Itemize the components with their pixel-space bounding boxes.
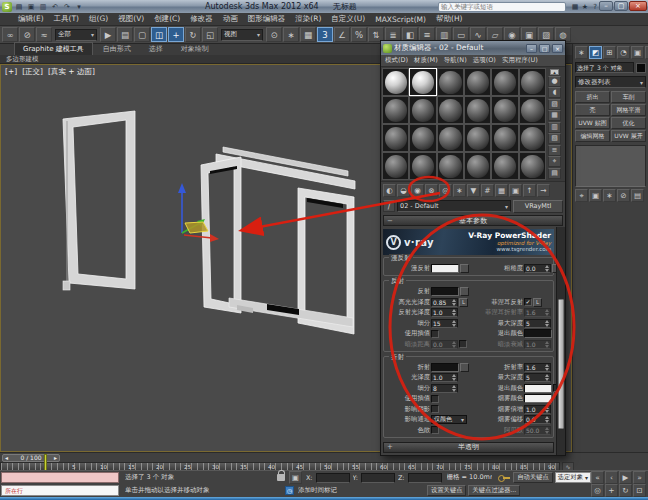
- get-material-icon[interactable]: ◐: [383, 184, 396, 197]
- percent-snap-icon[interactable]: %: [351, 27, 367, 42]
- make-preview-icon[interactable]: ▧: [548, 133, 561, 144]
- material-sample-slot[interactable]: [491, 124, 518, 152]
- param-spinner[interactable]: 0.85: [431, 298, 458, 307]
- angle-snap-icon[interactable]: ∠: [334, 27, 350, 42]
- sample-type-icon[interactable]: ●: [548, 76, 561, 87]
- ribbon-tab[interactable]: 自由形式: [95, 43, 139, 55]
- param-spinner[interactable]: 50.0: [524, 426, 551, 435]
- assign-material-to-selection-icon[interactable]: ◉: [411, 184, 424, 197]
- background-icon[interactable]: ▨: [548, 99, 561, 110]
- select-and-rotate-icon[interactable]: ↻: [185, 27, 201, 42]
- modifier-button[interactable]: 挤出: [575, 91, 610, 103]
- make-material-copy-icon[interactable]: ◎: [439, 184, 452, 197]
- spinner-arrows-icon[interactable]: [545, 320, 549, 327]
- time-cursor[interactable]: [44, 454, 47, 471]
- slot-scroll-up-button[interactable]: ▴: [550, 69, 559, 75]
- viewport-label-item[interactable]: [真实 + 边面]: [48, 67, 95, 77]
- ribbon-tab[interactable]: 对象绘制: [173, 43, 217, 55]
- coordinate-field[interactable]: [361, 473, 395, 483]
- set-key-button[interactable]: 设置关键点: [427, 485, 466, 496]
- param-spinner[interactable]: 1.6: [524, 308, 551, 317]
- spinner-arrows-icon[interactable]: [545, 406, 549, 413]
- material-sample-slot[interactable]: [491, 152, 518, 180]
- maximize-button[interactable]: ▢: [614, 1, 628, 11]
- search-input[interactable]: [439, 3, 565, 11]
- menu-item[interactable]: 修改器: [190, 14, 213, 24]
- reference-coordinate-dropdown[interactable]: 视图▾: [221, 29, 263, 41]
- param-checkbox[interactable]: [431, 395, 439, 403]
- pin-stack-icon[interactable]: ⌖: [575, 189, 588, 202]
- param-color-swatch[interactable]: [431, 363, 459, 372]
- use-pivot-point-center-icon[interactable]: ⊙: [266, 27, 282, 42]
- time-slider[interactable]: ◂ 0 / 100 ▸: [2, 454, 60, 462]
- zoom-icon[interactable]: ◎: [591, 484, 604, 497]
- material-sample-slot[interactable]: [519, 124, 546, 152]
- application-menu-icon[interactable]: S: [2, 2, 12, 12]
- material-map-navigator-icon[interactable]: ▤: [548, 168, 561, 179]
- door-frame-left[interactable]: [63, 111, 135, 289]
- key-filters-button[interactable]: 关键点过滤器...: [468, 485, 520, 496]
- new-file-icon[interactable]: ▤: [14, 2, 24, 12]
- sample-uv-tiling-icon[interactable]: ▦: [548, 110, 561, 121]
- motion-tab-icon[interactable]: ◔: [617, 46, 630, 59]
- param-dropdown[interactable]: 仅颜色▾: [431, 415, 467, 424]
- spinner-arrows-icon[interactable]: [545, 374, 549, 381]
- object-color-swatch[interactable]: [636, 63, 646, 73]
- material-editor-scrollbar[interactable]: [556, 227, 565, 455]
- material-sample-slot[interactable]: [519, 96, 546, 124]
- param-spinner[interactable]: 1.0: [431, 373, 458, 382]
- spinner-arrows-icon[interactable]: [452, 385, 456, 392]
- param-map-button[interactable]: [460, 363, 469, 372]
- param-color-swatch[interactable]: [431, 264, 459, 273]
- material-editor-menu-item[interactable]: 选项(O): [473, 56, 496, 65]
- select-object-icon[interactable]: ▶: [100, 27, 116, 42]
- menu-item[interactable]: 编辑(E): [18, 14, 44, 24]
- select-by-name-icon[interactable]: ▤: [117, 27, 133, 42]
- modify-tab-icon[interactable]: ◩: [589, 46, 602, 59]
- modifier-button[interactable]: 车削: [611, 91, 646, 103]
- orbit-icon[interactable]: ↻: [619, 484, 632, 497]
- play-animation-icon[interactable]: ▶: [619, 471, 632, 484]
- minimize-button[interactable]: –: [599, 1, 613, 11]
- rectangular-selection-region-icon[interactable]: ▢: [134, 27, 150, 42]
- material-sample-slot[interactable]: [409, 124, 436, 152]
- material-sample-slot[interactable]: [382, 124, 409, 152]
- close-button[interactable]: ×: [629, 1, 647, 11]
- param-checkbox[interactable]: [459, 340, 467, 348]
- material-sample-slot[interactable]: [491, 96, 518, 124]
- put-material-to-scene-icon[interactable]: ◒: [397, 184, 410, 197]
- material-id-channel-icon[interactable]: #: [481, 184, 494, 197]
- menu-item[interactable]: 视图(V): [118, 14, 144, 24]
- modifier-button[interactable]: UVW 展开: [611, 130, 646, 142]
- param-color-swatch[interactable]: [524, 384, 552, 393]
- remove-modifier-icon[interactable]: ⊘: [617, 189, 630, 202]
- material-type-button[interactable]: VRayMtl: [513, 200, 563, 213]
- selection-lock-icon[interactable]: [277, 474, 285, 481]
- modifier-stack-list[interactable]: [575, 145, 646, 187]
- macro-recorder-field[interactable]: [1, 472, 119, 483]
- menu-item[interactable]: MAXScript(M): [375, 15, 426, 24]
- next-frame-arrow[interactable]: ▸: [54, 455, 57, 461]
- viewport-label-item[interactable]: [正交]: [22, 67, 43, 77]
- param-color-swatch[interactable]: [524, 394, 552, 403]
- go-to-sibling-icon[interactable]: →: [537, 184, 550, 197]
- make-unique-icon[interactable]: ∗: [603, 189, 616, 202]
- absolute-mode-icon[interactable]: ▣: [289, 471, 302, 484]
- material-sample-slot[interactable]: [437, 124, 464, 152]
- select-and-manipulate-icon[interactable]: ∗: [283, 27, 299, 42]
- material-sample-slot[interactable]: [382, 96, 409, 124]
- door-panel-left[interactable]: [201, 157, 241, 313]
- show-map-in-viewport-icon[interactable]: ▦: [495, 184, 508, 197]
- ribbon-tab[interactable]: 选择: [141, 43, 171, 55]
- menu-item[interactable]: 渲染(R): [295, 14, 321, 24]
- param-checkbox[interactable]: [431, 330, 439, 338]
- material-sample-slot[interactable]: [409, 96, 436, 124]
- param-lock-button[interactable]: L: [459, 298, 468, 307]
- spinner-arrows-icon[interactable]: [452, 309, 456, 316]
- project-dropdown-icon[interactable]: ▾: [74, 2, 84, 12]
- material-sample-slot[interactable]: [382, 152, 409, 180]
- display-tab-icon[interactable]: ▣: [631, 46, 644, 59]
- material-sample-slot[interactable]: [437, 152, 464, 180]
- param-spinner[interactable]: 15: [431, 319, 458, 328]
- scrollbar-thumb[interactable]: [558, 299, 564, 429]
